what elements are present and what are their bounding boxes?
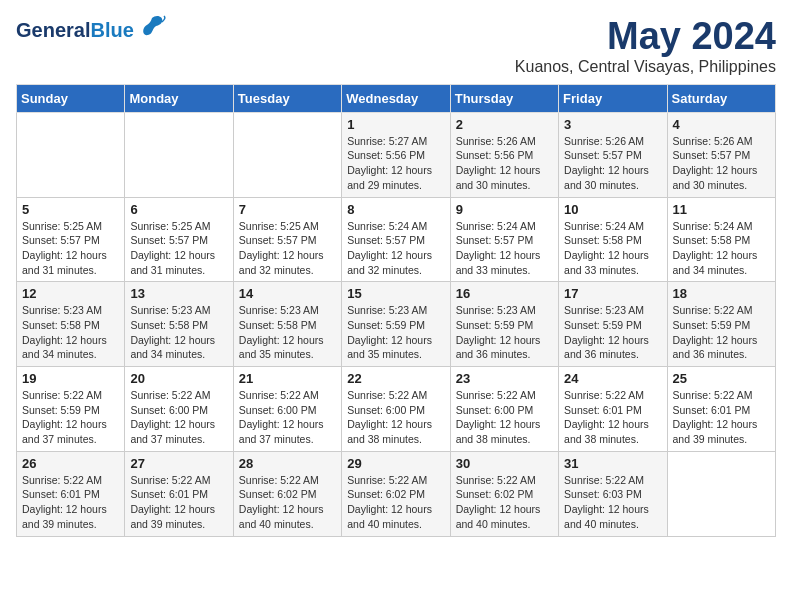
- calendar-cell: 27Sunrise: 5:22 AM Sunset: 6:01 PM Dayli…: [125, 451, 233, 536]
- calendar-cell: 13Sunrise: 5:23 AM Sunset: 5:58 PM Dayli…: [125, 282, 233, 367]
- day-info: Sunrise: 5:25 AM Sunset: 5:57 PM Dayligh…: [130, 219, 227, 278]
- calendar-cell: 14Sunrise: 5:23 AM Sunset: 5:58 PM Dayli…: [233, 282, 341, 367]
- day-info: Sunrise: 5:23 AM Sunset: 5:59 PM Dayligh…: [564, 303, 661, 362]
- weekday-header: Wednesday: [342, 84, 450, 112]
- day-info: Sunrise: 5:26 AM Sunset: 5:56 PM Dayligh…: [456, 134, 553, 193]
- day-info: Sunrise: 5:23 AM Sunset: 5:58 PM Dayligh…: [130, 303, 227, 362]
- day-info: Sunrise: 5:22 AM Sunset: 6:00 PM Dayligh…: [456, 388, 553, 447]
- calendar-cell: 31Sunrise: 5:22 AM Sunset: 6:03 PM Dayli…: [559, 451, 667, 536]
- calendar-cell: 22Sunrise: 5:22 AM Sunset: 6:00 PM Dayli…: [342, 367, 450, 452]
- calendar-cell: 5Sunrise: 5:25 AM Sunset: 5:57 PM Daylig…: [17, 197, 125, 282]
- day-info: Sunrise: 5:27 AM Sunset: 5:56 PM Dayligh…: [347, 134, 444, 193]
- month-title: May 2024: [515, 16, 776, 58]
- calendar-cell: 28Sunrise: 5:22 AM Sunset: 6:02 PM Dayli…: [233, 451, 341, 536]
- calendar-cell: 18Sunrise: 5:22 AM Sunset: 5:59 PM Dayli…: [667, 282, 775, 367]
- day-info: Sunrise: 5:22 AM Sunset: 6:00 PM Dayligh…: [130, 388, 227, 447]
- calendar-week-row: 12Sunrise: 5:23 AM Sunset: 5:58 PM Dayli…: [17, 282, 776, 367]
- calendar-cell: 15Sunrise: 5:23 AM Sunset: 5:59 PM Dayli…: [342, 282, 450, 367]
- day-info: Sunrise: 5:25 AM Sunset: 5:57 PM Dayligh…: [239, 219, 336, 278]
- day-number: 21: [239, 371, 336, 386]
- day-info: Sunrise: 5:22 AM Sunset: 6:01 PM Dayligh…: [564, 388, 661, 447]
- weekday-header: Saturday: [667, 84, 775, 112]
- day-number: 29: [347, 456, 444, 471]
- calendar-cell: 1Sunrise: 5:27 AM Sunset: 5:56 PM Daylig…: [342, 112, 450, 197]
- day-info: Sunrise: 5:22 AM Sunset: 6:01 PM Dayligh…: [22, 473, 119, 532]
- weekday-header: Friday: [559, 84, 667, 112]
- calendar-cell: 21Sunrise: 5:22 AM Sunset: 6:00 PM Dayli…: [233, 367, 341, 452]
- calendar-week-row: 1Sunrise: 5:27 AM Sunset: 5:56 PM Daylig…: [17, 112, 776, 197]
- day-info: Sunrise: 5:23 AM Sunset: 5:59 PM Dayligh…: [347, 303, 444, 362]
- day-number: 2: [456, 117, 553, 132]
- day-info: Sunrise: 5:24 AM Sunset: 5:57 PM Dayligh…: [456, 219, 553, 278]
- day-number: 6: [130, 202, 227, 217]
- weekday-header: Tuesday: [233, 84, 341, 112]
- day-info: Sunrise: 5:22 AM Sunset: 6:01 PM Dayligh…: [130, 473, 227, 532]
- calendar-cell: 3Sunrise: 5:26 AM Sunset: 5:57 PM Daylig…: [559, 112, 667, 197]
- day-number: 17: [564, 286, 661, 301]
- calendar-cell: 9Sunrise: 5:24 AM Sunset: 5:57 PM Daylig…: [450, 197, 558, 282]
- day-number: 24: [564, 371, 661, 386]
- day-info: Sunrise: 5:25 AM Sunset: 5:57 PM Dayligh…: [22, 219, 119, 278]
- weekday-header-row: SundayMondayTuesdayWednesdayThursdayFrid…: [17, 84, 776, 112]
- calendar-cell: 26Sunrise: 5:22 AM Sunset: 6:01 PM Dayli…: [17, 451, 125, 536]
- day-number: 16: [456, 286, 553, 301]
- calendar-table: SundayMondayTuesdayWednesdayThursdayFrid…: [16, 84, 776, 537]
- weekday-header: Thursday: [450, 84, 558, 112]
- page-header: GeneralBlue May 2024 Kuanos, Central Vis…: [16, 16, 776, 76]
- day-info: Sunrise: 5:23 AM Sunset: 5:58 PM Dayligh…: [22, 303, 119, 362]
- logo-blue: Blue: [90, 19, 133, 41]
- title-block: May 2024 Kuanos, Central Visayas, Philip…: [515, 16, 776, 76]
- day-number: 22: [347, 371, 444, 386]
- calendar-cell: [125, 112, 233, 197]
- day-number: 31: [564, 456, 661, 471]
- calendar-cell: 29Sunrise: 5:22 AM Sunset: 6:02 PM Dayli…: [342, 451, 450, 536]
- day-number: 28: [239, 456, 336, 471]
- calendar-cell: 17Sunrise: 5:23 AM Sunset: 5:59 PM Dayli…: [559, 282, 667, 367]
- day-number: 18: [673, 286, 770, 301]
- calendar-week-row: 5Sunrise: 5:25 AM Sunset: 5:57 PM Daylig…: [17, 197, 776, 282]
- day-number: 12: [22, 286, 119, 301]
- day-number: 14: [239, 286, 336, 301]
- day-number: 15: [347, 286, 444, 301]
- day-info: Sunrise: 5:24 AM Sunset: 5:57 PM Dayligh…: [347, 219, 444, 278]
- calendar-week-row: 26Sunrise: 5:22 AM Sunset: 6:01 PM Dayli…: [17, 451, 776, 536]
- day-number: 23: [456, 371, 553, 386]
- calendar-cell: 24Sunrise: 5:22 AM Sunset: 6:01 PM Dayli…: [559, 367, 667, 452]
- day-number: 7: [239, 202, 336, 217]
- calendar-week-row: 19Sunrise: 5:22 AM Sunset: 5:59 PM Dayli…: [17, 367, 776, 452]
- calendar-cell: 19Sunrise: 5:22 AM Sunset: 5:59 PM Dayli…: [17, 367, 125, 452]
- day-info: Sunrise: 5:26 AM Sunset: 5:57 PM Dayligh…: [564, 134, 661, 193]
- calendar-cell: 23Sunrise: 5:22 AM Sunset: 6:00 PM Dayli…: [450, 367, 558, 452]
- calendar-cell: [17, 112, 125, 197]
- day-info: Sunrise: 5:22 AM Sunset: 6:01 PM Dayligh…: [673, 388, 770, 447]
- calendar-cell: [667, 451, 775, 536]
- day-number: 11: [673, 202, 770, 217]
- calendar-cell: 20Sunrise: 5:22 AM Sunset: 6:00 PM Dayli…: [125, 367, 233, 452]
- day-number: 8: [347, 202, 444, 217]
- day-info: Sunrise: 5:22 AM Sunset: 5:59 PM Dayligh…: [673, 303, 770, 362]
- day-number: 3: [564, 117, 661, 132]
- weekday-header: Monday: [125, 84, 233, 112]
- day-info: Sunrise: 5:22 AM Sunset: 5:59 PM Dayligh…: [22, 388, 119, 447]
- calendar-cell: 16Sunrise: 5:23 AM Sunset: 5:59 PM Dayli…: [450, 282, 558, 367]
- day-info: Sunrise: 5:23 AM Sunset: 5:59 PM Dayligh…: [456, 303, 553, 362]
- day-info: Sunrise: 5:22 AM Sunset: 6:02 PM Dayligh…: [347, 473, 444, 532]
- day-info: Sunrise: 5:22 AM Sunset: 6:02 PM Dayligh…: [239, 473, 336, 532]
- calendar-cell: 11Sunrise: 5:24 AM Sunset: 5:58 PM Dayli…: [667, 197, 775, 282]
- calendar-cell: 2Sunrise: 5:26 AM Sunset: 5:56 PM Daylig…: [450, 112, 558, 197]
- calendar-cell: 12Sunrise: 5:23 AM Sunset: 5:58 PM Dayli…: [17, 282, 125, 367]
- day-number: 10: [564, 202, 661, 217]
- day-number: 27: [130, 456, 227, 471]
- day-info: Sunrise: 5:22 AM Sunset: 6:00 PM Dayligh…: [347, 388, 444, 447]
- calendar-cell: 10Sunrise: 5:24 AM Sunset: 5:58 PM Dayli…: [559, 197, 667, 282]
- day-number: 26: [22, 456, 119, 471]
- day-number: 5: [22, 202, 119, 217]
- day-number: 19: [22, 371, 119, 386]
- day-info: Sunrise: 5:26 AM Sunset: 5:57 PM Dayligh…: [673, 134, 770, 193]
- logo: GeneralBlue: [16, 16, 166, 44]
- logo-general: GeneralBlue: [16, 19, 134, 41]
- day-info: Sunrise: 5:23 AM Sunset: 5:58 PM Dayligh…: [239, 303, 336, 362]
- day-number: 9: [456, 202, 553, 217]
- calendar-cell: 25Sunrise: 5:22 AM Sunset: 6:01 PM Dayli…: [667, 367, 775, 452]
- day-number: 4: [673, 117, 770, 132]
